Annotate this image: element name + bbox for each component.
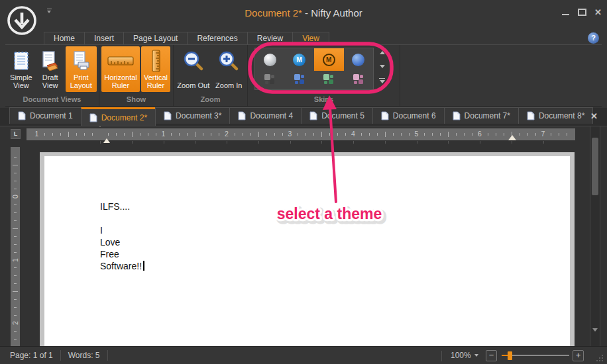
gallery-scroll-up-icon[interactable] xyxy=(378,48,386,57)
ruler-number: 1 xyxy=(162,130,166,138)
doctab-document-4[interactable]: Document 4 xyxy=(229,107,302,124)
ruler-tick xyxy=(92,133,93,136)
zoom-in-button[interactable]: Zoom In xyxy=(212,46,245,92)
ruler-tick xyxy=(68,132,69,137)
blue-m-icon: M xyxy=(293,54,305,66)
window-title-app: - Nifty Author xyxy=(302,7,362,19)
skin-orange-m-selected[interactable]: M xyxy=(314,48,344,71)
maximize-button[interactable] xyxy=(578,9,586,16)
simple-view-button[interactable]: Simple View xyxy=(7,46,35,92)
text-cursor xyxy=(143,261,144,271)
document-text-line: ILFS.... xyxy=(100,201,570,212)
skin-pink-squares[interactable] xyxy=(344,71,374,88)
document-text[interactable]: ILFS.... ILoveFreeSoftware!! xyxy=(44,156,570,272)
ruler-number: 2 xyxy=(225,130,229,138)
blue-squares-icon xyxy=(294,74,305,85)
skin-blue-sphere[interactable] xyxy=(344,48,374,71)
doctab-document-5[interactable]: Document 5 xyxy=(301,107,373,124)
ribbon-tab-bar: Home Insert Page Layout References Revie… xyxy=(44,32,329,45)
group-label-document-views: Document Views xyxy=(5,93,99,106)
ruler-tick xyxy=(488,133,488,136)
tab-insert[interactable]: Insert xyxy=(84,32,124,45)
resize-grip[interactable] xyxy=(596,353,604,361)
dark-m-icon: M xyxy=(323,54,335,66)
app-logo-icon[interactable] xyxy=(7,5,37,36)
doctab-document-1[interactable]: Document 1 xyxy=(9,107,82,124)
skin-silver-sphere[interactable] xyxy=(255,48,285,71)
horizontal-ruler-button[interactable]: Horizontal Ruler xyxy=(101,46,140,92)
doctab-document-8[interactable]: Document 8* xyxy=(518,107,593,124)
right-indent-marker[interactable] xyxy=(508,135,516,140)
ruler-tick xyxy=(14,275,17,276)
ruler-tick xyxy=(14,189,17,189)
zoom-slider-thumb[interactable] xyxy=(508,351,512,360)
ruler-number: 1 xyxy=(11,256,19,264)
page-count: Page: 1 of 1 xyxy=(10,351,53,360)
close-button[interactable]: ✕ xyxy=(594,8,602,17)
zoom-percent-dropdown[interactable]: 100% xyxy=(451,351,478,360)
skin-blue-m[interactable]: M xyxy=(285,48,315,71)
close-document-icon[interactable]: ✕ xyxy=(590,111,598,121)
ruler-subtick xyxy=(195,141,195,144)
page-canvas[interactable]: ILFS.... ILoveFreeSoftware!! xyxy=(44,156,570,346)
ruler-subtick xyxy=(321,141,322,144)
skin-green-squares[interactable] xyxy=(314,71,344,88)
ruler-tick xyxy=(329,133,330,136)
draft-view-button[interactable]: Draft View xyxy=(36,46,64,92)
ruler-number: 1 xyxy=(35,130,39,138)
scroll-down-icon[interactable] xyxy=(592,332,598,343)
ruler-tick xyxy=(369,133,370,136)
gallery-scroll-down-icon[interactable] xyxy=(378,62,386,71)
tab-home[interactable]: Home xyxy=(44,32,85,45)
zoom-slider-plus-button[interactable]: + xyxy=(573,350,584,361)
zoom-slider-minus-button[interactable]: − xyxy=(486,350,497,361)
tab-view[interactable]: View xyxy=(292,32,329,45)
ruler-tick xyxy=(393,133,394,136)
word-count: Words: 5 xyxy=(68,351,100,360)
doctab-document-2[interactable]: Document 2* xyxy=(81,107,156,126)
vertical-scrollbar[interactable] xyxy=(590,126,600,346)
help-icon[interactable]: ? xyxy=(588,32,599,44)
skin-gray-squares[interactable] xyxy=(255,71,285,88)
tab-page-layout[interactable]: Page Layout xyxy=(123,32,188,45)
ruler-tick xyxy=(464,133,465,136)
doctab-label: Document 6 xyxy=(393,111,436,120)
doctab-label: Document 8* xyxy=(539,111,584,120)
pink-squares-icon xyxy=(353,74,364,85)
minimize-button[interactable] xyxy=(562,8,570,16)
indent-marker[interactable] xyxy=(97,127,104,139)
ruler-tick xyxy=(14,307,17,308)
skin-blue-squares[interactable] xyxy=(285,71,315,88)
ruler-tick xyxy=(14,173,17,173)
group-label-zoom: Zoom xyxy=(174,93,247,106)
vertical-ruler-button[interactable]: Vertical Ruler xyxy=(141,46,170,92)
vertical-ruler-label: Vertical Ruler xyxy=(141,73,170,92)
document-text-line: Free xyxy=(100,248,570,260)
print-layout-button[interactable]: Print Layout xyxy=(66,46,97,92)
ruler-tick xyxy=(211,133,211,136)
doctab-document-3[interactable]: Document 3* xyxy=(155,107,230,124)
ruler-tick xyxy=(14,331,17,332)
ruler-tick xyxy=(313,133,314,136)
tabstop-selector[interactable]: L xyxy=(11,129,21,139)
document-icon xyxy=(309,111,317,120)
ruler-tick xyxy=(305,133,306,136)
doctab-label: Document 4 xyxy=(250,111,293,120)
zoom-out-button[interactable]: Zoom Out xyxy=(176,46,211,92)
tab-references[interactable]: References xyxy=(187,32,247,45)
scrollbar-thumb[interactable] xyxy=(592,138,598,195)
status-bar: Page: 1 of 1 Words: 5 100% − + xyxy=(0,346,607,364)
tab-review[interactable]: Review xyxy=(247,32,293,45)
ruler-tick xyxy=(282,133,283,136)
group-label-skins: Skins xyxy=(248,93,400,106)
document-tab-bar: Document 1 Document 2* Document 3* Docum… xyxy=(0,108,607,126)
ruler-tick xyxy=(250,133,251,136)
ruler-tick xyxy=(258,132,259,137)
doctab-document-6[interactable]: Document 6 xyxy=(372,107,445,124)
ruler-tick xyxy=(274,133,275,136)
doctab-document-7[interactable]: Document 7* xyxy=(444,107,519,124)
statusbar-separator xyxy=(441,351,442,361)
ruler-tick xyxy=(14,181,17,181)
gallery-dropdown-icon[interactable] xyxy=(378,76,386,85)
ruler-number: 4 xyxy=(351,130,355,138)
